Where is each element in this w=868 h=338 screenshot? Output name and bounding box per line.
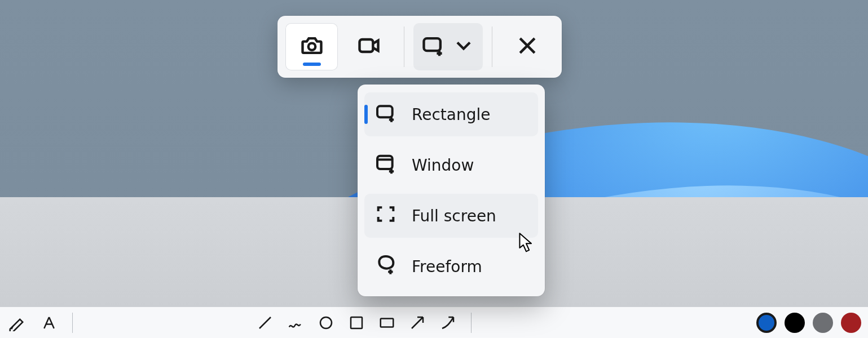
video-icon [356,33,381,60]
close-icon [515,33,540,60]
svg-rect-1 [351,317,362,328]
color-swatch-black[interactable] [785,313,805,333]
color-palette [756,313,866,333]
snipping-toolbar [277,16,562,78]
record-mode-button[interactable] [342,23,395,70]
rectangle-plus-icon [374,101,397,128]
shape-tools [251,309,462,337]
menu-item-window[interactable]: Window [364,143,538,187]
rect-tool[interactable] [373,309,401,337]
svg-point-3 [308,43,315,50]
svg-rect-5 [424,38,440,51]
text-tool[interactable] [35,309,63,337]
chevron-down-icon [451,33,476,60]
color-swatch-red[interactable] [841,313,861,333]
snip-mode-button[interactable] [285,23,338,70]
svg-rect-6 [377,106,393,117]
color-active[interactable] [756,313,777,333]
menu-item-label: Rectangle [412,105,490,124]
menu-item-label: Window [412,156,474,175]
svg-rect-2 [381,318,394,327]
window-plus-icon [374,152,397,179]
menu-item-rectangle[interactable]: Rectangle [364,92,538,136]
menu-item-label: Full screen [412,207,496,225]
toolbar-separator [404,26,404,67]
callout-arrow-tool[interactable] [434,309,462,337]
toolbar-separator [492,26,492,67]
freehand-tool[interactable] [281,309,310,337]
camera-icon [299,33,324,60]
shape-mode-dropdown[interactable] [413,23,482,70]
highlighter-tool[interactable] [2,309,30,337]
svg-rect-4 [359,39,373,52]
freeform-plus-icon [374,254,397,280]
arrow-tool[interactable] [403,309,431,337]
rectangle-plus-icon [421,33,446,60]
toolbar-separator [471,313,472,333]
shape-mode-menu: Rectangle Window Full screen Freeform [358,84,545,296]
circle-tool[interactable] [312,309,340,337]
close-button[interactable] [501,23,554,70]
svg-rect-7 [377,155,393,168]
editor-toolbar [0,307,868,338]
square-tool[interactable] [342,309,371,337]
toolbar-separator [72,313,73,333]
svg-point-0 [320,317,332,328]
color-swatch-gray[interactable] [813,313,833,333]
full-screen-icon [374,203,397,229]
menu-item-full-screen[interactable]: Full screen [364,194,538,238]
line-tool[interactable] [251,309,279,337]
menu-item-label: Freeform [412,257,482,276]
menu-item-freeform[interactable]: Freeform [364,244,538,288]
